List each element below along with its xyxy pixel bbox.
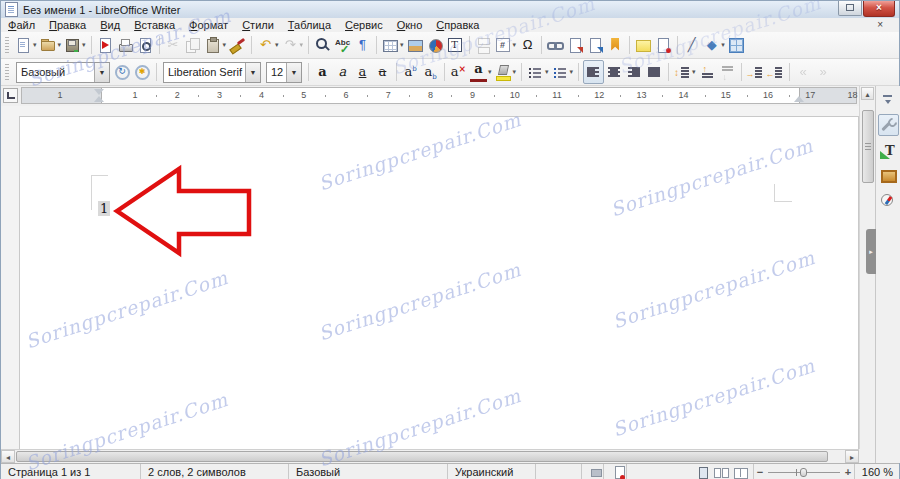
- insert-image-button[interactable]: [406, 34, 425, 56]
- increase-paragraph-spacing-button[interactable]: [698, 61, 717, 83]
- single-page-view-button[interactable]: [693, 461, 712, 479]
- update-style-button[interactable]: [113, 61, 132, 83]
- multi-page-view-button[interactable]: [712, 461, 731, 479]
- styles-deck-button[interactable]: [879, 141, 898, 161]
- zoom-level[interactable]: 160 %: [854, 464, 899, 479]
- align-justify-button[interactable]: [645, 61, 664, 83]
- menu-item-help[interactable]: Справка: [429, 19, 486, 31]
- zoom-in-button[interactable]: +: [842, 466, 854, 478]
- insert-footnote-button[interactable]: [566, 34, 585, 56]
- sidebar-hide-handle[interactable]: ▸: [866, 229, 876, 274]
- scroll-right-icon[interactable]: ▸: [845, 450, 859, 463]
- insert-chart-button[interactable]: [426, 34, 445, 56]
- page-number-field[interactable]: 1: [98, 201, 110, 216]
- new-style-button[interactable]: [133, 61, 152, 83]
- strikethrough-button[interactable]: a: [373, 61, 392, 83]
- open-dropdown-arrow[interactable]: ▾: [58, 41, 62, 49]
- bold-button[interactable]: a: [313, 61, 332, 83]
- horizontal-ruler[interactable]: 1123456789101112131415161718: [21, 87, 857, 104]
- paste-dropdown-arrow[interactable]: ▾: [223, 41, 227, 49]
- gallery-deck-button[interactable]: [879, 166, 898, 186]
- line-spacing-dropdown-arrow[interactable]: ▾: [692, 68, 696, 76]
- basic-shapes-dropdown-arrow[interactable]: ▾: [721, 41, 725, 49]
- insert-hyperlink-button[interactable]: [546, 34, 565, 56]
- numbered-list-button[interactable]: ▾: [551, 61, 575, 83]
- redo-dropdown-arrow[interactable]: ▾: [300, 41, 304, 49]
- toolbar-grip[interactable]: [5, 37, 9, 53]
- bullet-list-dropdown-arrow[interactable]: ▾: [545, 68, 549, 76]
- zoom-slider[interactable]: [768, 466, 840, 479]
- new-document-dropdown-arrow[interactable]: ▾: [33, 41, 37, 49]
- print-button[interactable]: [116, 34, 135, 56]
- clear-formatting-button[interactable]: a: [449, 61, 468, 83]
- sidebar-settings-button[interactable]: [879, 89, 898, 109]
- chevron-down-icon[interactable]: ▼: [94, 63, 109, 82]
- scroll-left-icon[interactable]: ◂: [1, 450, 15, 463]
- status-page-style[interactable]: Базовый: [289, 464, 448, 479]
- document-close-button[interactable]: ×: [877, 19, 883, 30]
- window-close-button[interactable]: ×: [863, 1, 895, 17]
- menu-item-tools[interactable]: Сервис: [338, 19, 390, 31]
- insert-table-button[interactable]: ▾: [381, 34, 405, 56]
- save-dropdown-arrow[interactable]: ▾: [82, 41, 86, 49]
- insert-endnote-button[interactable]: [586, 34, 605, 56]
- new-document-button[interactable]: ▾: [14, 34, 38, 56]
- toolbar-grip[interactable]: [5, 64, 9, 80]
- italic-button[interactable]: a: [333, 61, 352, 83]
- menu-item-styles[interactable]: Стили: [235, 19, 281, 31]
- font-name-combo[interactable]: Liberation Serif ▼: [163, 62, 261, 83]
- menu-item-insert[interactable]: Вставка: [127, 19, 182, 31]
- zoom-out-button[interactable]: −: [754, 466, 766, 478]
- align-right-button[interactable]: [625, 61, 644, 83]
- status-language[interactable]: Украинский: [448, 464, 536, 479]
- clone-formatting-button[interactable]: [228, 34, 247, 56]
- underline-button[interactable]: a: [353, 61, 372, 83]
- print-preview-button[interactable]: [136, 34, 155, 56]
- paste-button[interactable]: ▾: [204, 34, 228, 56]
- properties-deck-button[interactable]: [878, 114, 899, 136]
- chevron-down-icon[interactable]: ▼: [286, 63, 301, 82]
- numbered-list-dropdown-arrow[interactable]: ▾: [570, 68, 574, 76]
- save-button[interactable]: ▾: [63, 34, 87, 56]
- undo-dropdown-arrow[interactable]: ▾: [275, 41, 279, 49]
- highlight-color-dropdown-arrow[interactable]: ▾: [513, 68, 517, 76]
- align-left-button[interactable]: [583, 60, 604, 84]
- status-page-count[interactable]: Страница 1 из 1: [1, 464, 141, 479]
- bullet-list-button[interactable]: ▾: [526, 61, 550, 83]
- vertical-scroll-thumb[interactable]: [862, 110, 874, 183]
- insert-table-dropdown-arrow[interactable]: ▾: [400, 41, 404, 49]
- insert-comment-button[interactable]: [634, 34, 653, 56]
- highlight-color-button[interactable]: ▾: [494, 61, 518, 83]
- formatting-marks-button[interactable]: ¶: [353, 34, 372, 56]
- find-replace-button[interactable]: [313, 34, 332, 56]
- track-changes-button[interactable]: [654, 34, 673, 56]
- font-color-button[interactable]: a▾: [469, 61, 493, 83]
- navigator-deck-button[interactable]: [879, 191, 898, 211]
- font-color-dropdown-arrow[interactable]: ▾: [488, 68, 492, 76]
- insert-textbox-button[interactable]: [446, 34, 465, 56]
- subscript-button[interactable]: a: [421, 61, 440, 83]
- open-button[interactable]: ▾: [39, 34, 63, 56]
- line-spacing-button[interactable]: ▾: [673, 61, 697, 83]
- status-word-count[interactable]: 2 слов, 2 символов: [141, 464, 289, 479]
- chevron-down-icon[interactable]: ▼: [245, 63, 260, 82]
- right-indent-marker[interactable]: [794, 96, 804, 102]
- superscript-button[interactable]: a: [401, 61, 420, 83]
- menu-item-view[interactable]: Вид: [93, 19, 127, 31]
- insert-bookmark-button[interactable]: [606, 34, 625, 56]
- book-view-button[interactable]: [731, 461, 750, 479]
- show-draw-functions-button[interactable]: [727, 34, 746, 56]
- insert-field-dropdown-arrow[interactable]: ▾: [513, 41, 517, 49]
- font-size-combo[interactable]: 12 ▼: [266, 62, 302, 83]
- align-center-button[interactable]: [605, 61, 624, 83]
- tab-stop-type-selector[interactable]: [3, 88, 18, 103]
- menu-item-format[interactable]: Формат: [182, 19, 235, 31]
- menu-item-window[interactable]: Окно: [390, 19, 430, 31]
- insert-line-button[interactable]: ╱: [682, 34, 701, 56]
- basic-shapes-button[interactable]: ◆▾: [702, 34, 726, 56]
- paragraph-style-combo[interactable]: Базовый ▼: [16, 62, 110, 83]
- menu-item-file[interactable]: Файл: [1, 19, 42, 31]
- scroll-up-icon[interactable]: ▴: [861, 87, 874, 100]
- status-document-modified[interactable]: [604, 464, 627, 479]
- increase-indent-button[interactable]: [746, 61, 765, 83]
